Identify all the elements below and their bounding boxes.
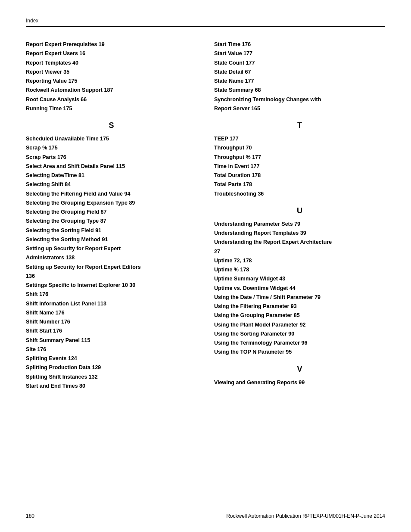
list-item: Splitting Events 124 [26,354,197,363]
list-item: Understanding Report Templates 39 [214,229,385,238]
list-item: Reporting Value 175 [26,77,197,86]
list-item: Splitting Shift Instances 132 [26,373,197,382]
page-number: 180 [26,513,34,519]
list-item: Select Area and Shift Details Panel 115 [26,162,197,171]
list-item: Time in Event 177 [214,162,385,171]
list-item: Selecting the Grouping Field 87 [26,208,197,217]
list-item: State Name 177 [214,77,385,86]
list-item: Report Templates 40 [26,59,197,68]
list-item: Setting up Security for Report Expert Ed… [26,263,197,281]
list-item: State Summary 68 [214,86,385,95]
list-item: Shift Start 176 [26,327,197,336]
list-item: Uptime Summary Widget 43 [214,274,385,283]
list-item: Throughput 70 [214,143,385,152]
left-column: Report Expert Prerequisites 19 Report Ex… [26,40,197,391]
list-item: Report Expert Users 16 [26,49,197,58]
list-item: Uptime 72, 178 [214,256,385,265]
list-item: Running Time 175 [26,104,197,113]
list-item: Using the Sorting Parameter 90 [214,330,385,339]
list-item: Selecting the Sorting Method 91 [26,235,197,244]
v-section: Viewing and Generating Reports 99 [214,378,385,387]
list-item: Using the Grouping Parameter 85 [214,311,385,320]
t-section: TEEP 177 Throughput 70 Throughput % 177 … [214,134,385,199]
list-item: Shift Number 176 [26,317,197,327]
s-section: Scheduled Unavailable Time 175 Scrap % 1… [26,134,197,391]
list-item: Rockwell Automation Support 187 [26,86,197,95]
list-item: Splitting Production Data 129 [26,363,197,372]
list-item: Start Time 176 [214,40,385,49]
list-item: Report Viewer 35 [26,68,197,77]
list-item: Selecting the Sorting Field 91 [26,226,197,235]
list-item: Using the Date / Time / Shift Parameter … [214,293,385,302]
list-item: Settings Specific to Internet Explorer 1… [26,281,197,290]
page-header: Index [26,17,385,27]
list-item: Understanding the Report Expert Architec… [214,238,385,256]
list-item: Report Expert Prerequisites 19 [26,40,197,49]
list-item: Synchronizing Terminology Changes withRe… [214,95,385,114]
list-item: Using the TOP N Parameter 95 [214,348,385,357]
v-section-heading: V [214,365,385,374]
page: Index Report Expert Prerequisites 19 Rep… [0,0,411,417]
list-item: Root Cause Analysis 66 [26,95,197,104]
s-section-heading: S [26,121,197,130]
list-item: Using the Filtering Parameter 93 [214,302,385,311]
list-item: Uptime vs. Downtime Widget 44 [214,284,385,293]
index-columns: Report Expert Prerequisites 19 Report Ex… [26,40,385,391]
list-item: Site 176 [26,345,197,354]
list-item: State Count 177 [214,59,385,68]
publication-info: Rockwell Automation Publication RPTEXP-U… [226,513,385,519]
list-item: Scheduled Unavailable Time 175 [26,134,197,143]
list-item: Total Parts 178 [214,180,385,189]
list-item: Start Value 177 [214,49,385,58]
list-item: Uptime % 178 [214,265,385,274]
list-item: Selecting Date/Time 81 [26,171,197,180]
list-item: Throughput % 177 [214,153,385,162]
list-item: Using the Terminology Parameter 96 [214,339,385,348]
list-item: Selecting the Grouping Type 87 [26,217,197,226]
list-item: TEEP 177 [214,134,385,143]
list-item: Troubleshooting 36 [214,190,385,199]
list-item: Shift Name 176 [26,308,197,317]
list-item: Scrap Parts 176 [26,153,197,162]
list-item: Viewing and Generating Reports 99 [214,378,385,387]
list-item: Start and End Times 80 [26,382,197,391]
list-item: Shift Information List Panel 113 [26,299,197,308]
page-footer: 180 Rockwell Automation Publication RPTE… [26,513,385,519]
list-item: Shift Summary Panel 115 [26,336,197,345]
list-item: Selecting Shift 84 [26,180,197,189]
u-section: Understanding Parameter Sets 79 Understa… [214,220,385,357]
t-section-heading: T [214,121,385,130]
r-continued-section: Start Time 176 Start Value 177 State Cou… [214,40,385,113]
list-item: Using the Plant Model Parameter 92 [214,320,385,330]
list-item: Selecting the Grouping Expansion Type 89 [26,199,197,208]
list-item: Shift 176 [26,290,197,299]
list-item: Selecting the Filtering Field and Value … [26,190,197,199]
list-item: State Detail 67 [214,68,385,77]
list-item: Setting up Security for Report ExpertAdm… [26,244,197,263]
right-column: Start Time 176 Start Value 177 State Cou… [214,40,385,391]
u-section-heading: U [214,206,385,215]
header-label: Index [26,18,38,24]
list-item: Understanding Parameter Sets 79 [214,220,385,229]
list-item: Scrap % 175 [26,143,197,152]
r-section: Report Expert Prerequisites 19 Report Ex… [26,40,197,113]
list-item: Total Duration 178 [214,171,385,180]
